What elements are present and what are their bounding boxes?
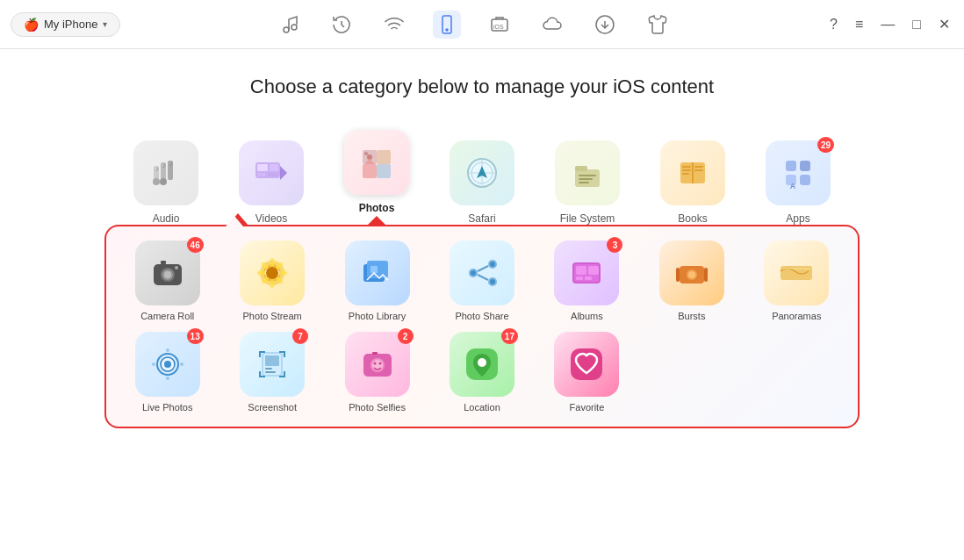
location-icon-wrap: 17 [450,332,514,397]
favorite-icon-wrap [554,332,619,397]
svg-rect-52 [161,261,166,264]
screenshot-label: Screenshot [248,402,297,413]
music-icon[interactable] [275,11,303,39]
svg-rect-23 [363,164,377,178]
svg-point-108 [478,358,486,367]
camera-roll-badge: 46 [187,237,204,253]
screenshot-badge: 7 [292,328,308,344]
filesystem-icon-wrap [555,140,620,205]
history-icon[interactable] [327,11,356,39]
svg-point-26 [364,152,368,155]
svg-rect-81 [585,276,592,280]
iphone-icon[interactable] [433,11,461,39]
title-bar: 🍎 My iPhone ▾ iOS [0,0,964,49]
svg-rect-33 [575,166,587,171]
svg-rect-109 [571,348,602,380]
categories-row: ♪ ♪ ♪ Audio Videos [122,130,842,225]
photo-selfies[interactable]: 2 Photo Selfies [330,332,424,413]
albums-badge: 3 [607,237,622,253]
toolbar: iOS [275,11,672,39]
svg-point-105 [378,363,381,365]
panel-arrow-inner [226,216,243,226]
photo-live-photos[interactable]: 13 Live Photos [120,332,214,413]
cloud-icon[interactable] [538,11,566,39]
svg-rect-44 [800,161,810,171]
photo-stream-icon-wrap [240,241,305,305]
svg-rect-78 [576,266,586,275]
photo-stream-label: Photo Stream [243,311,302,321]
photo-camera-roll[interactable]: 46 Camera Roll [120,241,214,321]
panoramas-label: Panoramas [772,311,821,321]
apps-badge: 29 [817,137,834,153]
photo-share-label: Photo Share [455,311,508,321]
live-photos-icon-wrap: 13 [135,332,200,397]
svg-rect-43 [786,161,796,171]
svg-rect-18 [257,173,266,176]
page-title: Choose a category below to manage your i… [250,75,714,98]
svg-point-94 [166,348,169,352]
maximize-button[interactable]: □ [909,13,924,36]
apps-label: Apps [786,212,809,225]
videos-label: Videos [255,212,287,225]
svg-rect-80 [576,276,583,280]
category-books[interactable]: Books [649,140,737,225]
photo-location[interactable]: 17 Location [435,332,529,413]
photos-label: Photos [359,202,395,214]
svg-point-86 [688,271,695,278]
svg-marker-20 [280,166,287,180]
photo-stream[interactable]: Photo Stream [225,241,319,321]
albums-icon-wrap: 3 [554,241,619,305]
svg-point-57 [270,279,275,288]
ios-update-icon[interactable]: iOS [486,11,514,39]
svg-point-51 [164,271,171,278]
svg-rect-24 [377,164,391,178]
photos-icon-wrap [344,130,409,195]
menu-button[interactable]: ≡ [852,13,867,36]
category-apps[interactable]: 29 A Apps [754,140,842,225]
svg-text:♪: ♪ [169,160,173,168]
category-videos[interactable]: Videos [227,140,315,225]
selfies-icon-wrap: 2 [345,332,410,397]
window-controls: ? ≡ — □ ✕ [826,12,953,36]
tshirt-icon[interactable] [644,11,672,39]
svg-point-56 [270,258,275,267]
category-audio[interactable]: ♪ ♪ ♪ Audio [122,140,210,225]
photo-library-icon-wrap [345,241,410,305]
download-icon[interactable] [591,11,619,39]
videos-icon-wrap [239,140,304,205]
camera-roll-label: Camera Roll [140,311,194,321]
svg-rect-22 [377,150,391,164]
category-safari[interactable]: Safari [438,140,526,225]
svg-point-53 [175,266,178,269]
svg-rect-83 [676,268,680,282]
photo-panoramas[interactable]: Panoramas [750,241,844,321]
close-button[interactable]: ✕ [935,12,953,36]
selfies-label: Photo Selfies [349,402,406,413]
svg-point-73 [490,262,495,267]
svg-line-71 [478,266,488,271]
svg-rect-106 [372,352,378,355]
photo-screenshot[interactable]: 7 Screenshot [225,332,319,413]
photo-library-label: Photo Library [349,311,406,321]
photo-albums[interactable]: 3 Albums [540,241,634,321]
device-selector[interactable]: 🍎 My iPhone ▾ [11,12,120,37]
photo-share[interactable]: Photo Share [435,241,529,321]
photo-bursts[interactable]: Bursts [644,241,738,321]
wifi-sync-icon[interactable] [380,11,408,39]
svg-rect-16 [257,164,268,171]
photo-library[interactable]: Photo Library [330,241,424,321]
minimize-button[interactable]: — [877,13,898,36]
svg-rect-100 [265,371,276,373]
category-filesystem[interactable]: File System [543,140,631,225]
svg-point-103 [372,360,383,370]
svg-rect-35 [579,178,593,180]
svg-point-91 [164,361,171,368]
filesystem-label: File System [560,212,615,225]
help-button[interactable]: ? [826,13,841,36]
audio-label: Audio [153,212,180,225]
svg-rect-99 [265,368,272,370]
svg-point-74 [471,270,476,276]
svg-point-10 [153,178,160,185]
photo-favorite[interactable]: Favorite [540,332,634,413]
category-photos[interactable]: Photos [333,130,421,225]
